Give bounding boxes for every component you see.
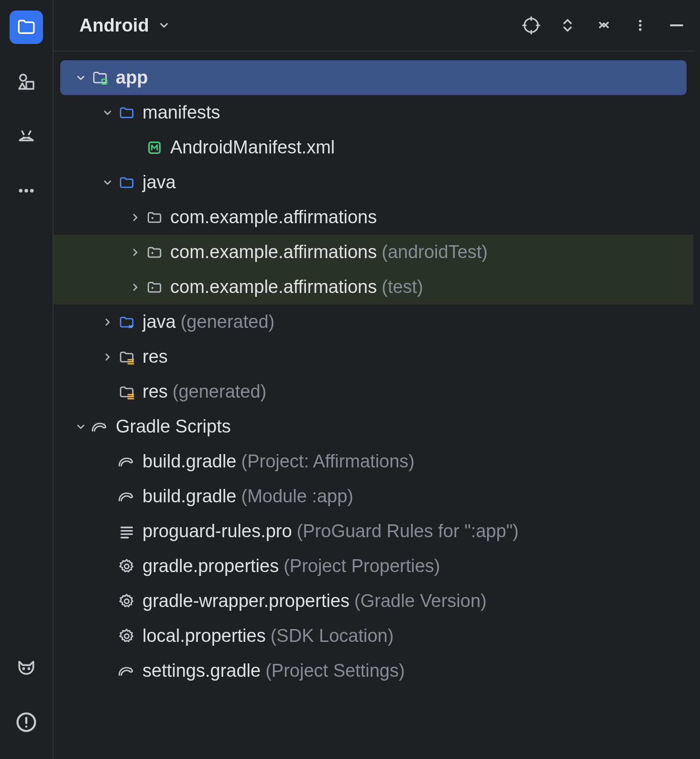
svg-point-0 xyxy=(20,75,26,81)
tree-node-package-test[interactable]: com.example.affirmations (test) xyxy=(54,270,693,304)
minimize-icon xyxy=(668,17,685,34)
svg-point-27 xyxy=(152,287,153,289)
select-opened-file-button[interactable] xyxy=(519,13,543,37)
text-file-icon xyxy=(119,523,135,540)
chevron-right-icon xyxy=(102,316,113,328)
project-tool-button[interactable] xyxy=(10,11,43,44)
tree-node-res[interactable]: res xyxy=(54,339,693,374)
node-label: gradle.properties xyxy=(142,556,279,576)
tree-node-res-generated[interactable]: res (generated) xyxy=(54,374,693,409)
svg-point-8 xyxy=(30,189,34,193)
tree-node-android-manifest[interactable]: AndroidManifest.xml xyxy=(54,130,693,165)
node-label: java xyxy=(142,172,176,193)
node-label: build.gradle xyxy=(142,486,236,507)
node-label: gradle-wrapper.properties xyxy=(142,591,350,611)
node-hint: (test) xyxy=(382,277,423,297)
package-folder-icon xyxy=(146,279,163,295)
package-folder-icon xyxy=(146,209,163,226)
node-label: com.example.affirmations xyxy=(170,207,377,228)
target-icon xyxy=(522,16,540,34)
tree-node-proguard[interactable]: proguard-rules.pro (ProGuard Rules for "… xyxy=(54,514,693,549)
android-icon xyxy=(16,126,36,146)
node-label: java xyxy=(142,312,176,332)
tree-node-build-gradle-module[interactable]: build.gradle (Module :app) xyxy=(54,479,693,514)
project-panel-header: Android xyxy=(54,0,693,52)
node-hint: (androidTest) xyxy=(382,242,488,262)
view-selector-label: Android xyxy=(79,15,149,36)
svg-point-20 xyxy=(639,24,642,27)
android-tool-button[interactable] xyxy=(10,119,43,153)
chevron-down-icon xyxy=(75,72,87,84)
tree-node-gradle-wrapper-properties[interactable]: gradle-wrapper.properties (Gradle Versio… xyxy=(54,584,693,618)
node-label: settings.gradle xyxy=(142,661,261,681)
chevron-right-icon xyxy=(130,282,141,293)
gradle-icon xyxy=(117,663,136,679)
chevron-down-icon xyxy=(75,421,87,433)
chevron-right-icon xyxy=(130,247,141,258)
node-hint: (Project Settings) xyxy=(265,661,405,681)
node-hint: (Project Properties) xyxy=(284,556,440,576)
resource-folder-icon xyxy=(119,384,135,400)
package-folder-icon xyxy=(146,244,163,260)
chevron-right-icon xyxy=(102,351,113,363)
tree-node-app[interactable]: app xyxy=(60,60,687,95)
node-label: com.example.affirmations xyxy=(170,277,377,297)
gear-icon xyxy=(119,558,135,575)
svg-point-34 xyxy=(103,423,105,424)
tree-node-package-main[interactable]: com.example.affirmations xyxy=(54,200,693,235)
collapse-all-button[interactable] xyxy=(592,13,616,37)
tree-node-java-generated[interactable]: java (generated) xyxy=(54,304,693,339)
expand-collapse-button[interactable] xyxy=(556,13,580,37)
tree-node-build-gradle-project[interactable]: build.gradle (Project: Affirmations) xyxy=(54,444,693,479)
tree-node-java[interactable]: java xyxy=(54,165,693,200)
node-label: proguard-rules.pro xyxy=(142,521,292,542)
structure-tool-button[interactable] xyxy=(10,65,43,98)
gear-icon xyxy=(119,628,135,644)
tool-rail xyxy=(0,0,54,759)
ellipsis-icon xyxy=(17,181,36,200)
svg-point-4 xyxy=(23,137,24,138)
node-label: Gradle Scripts xyxy=(116,416,231,437)
node-label: build.gradle xyxy=(142,451,236,472)
svg-point-44 xyxy=(130,667,131,669)
folder-icon xyxy=(16,17,36,37)
chevron-right-icon xyxy=(130,212,141,223)
node-hint: (ProGuard Rules for ":app") xyxy=(297,521,519,542)
tree-node-settings-gradle[interactable]: settings.gradle (Project Settings) xyxy=(54,653,693,688)
more-tool-button[interactable] xyxy=(10,174,43,207)
tree-node-local-properties[interactable]: local.properties (SDK Location) xyxy=(54,618,693,653)
chevron-down-icon xyxy=(102,107,113,119)
node-hint: (SDK Location) xyxy=(271,626,394,646)
tree-node-manifests[interactable]: manifests xyxy=(54,95,693,130)
problems-tool-button[interactable] xyxy=(10,705,43,739)
svg-point-35 xyxy=(130,458,131,459)
module-folder-icon xyxy=(92,70,108,86)
svg-rect-1 xyxy=(26,82,33,89)
tree-node-gradle-properties[interactable]: gradle.properties (Project Properties) xyxy=(54,549,693,584)
node-label: res xyxy=(142,381,168,402)
svg-point-26 xyxy=(152,252,153,254)
node-label: AndroidManifest.xml xyxy=(170,137,335,158)
view-selector[interactable]: Android xyxy=(79,15,170,36)
svg-point-13 xyxy=(25,726,27,727)
svg-point-7 xyxy=(24,189,28,193)
tree-node-gradle-scripts[interactable]: Gradle Scripts xyxy=(54,409,693,444)
svg-point-19 xyxy=(639,20,642,23)
gear-icon xyxy=(119,593,135,609)
node-label: local.properties xyxy=(142,626,266,646)
chevron-down-icon xyxy=(158,19,170,32)
node-hint: (generated) xyxy=(181,312,274,332)
folder-icon xyxy=(119,174,135,191)
svg-point-10 xyxy=(28,668,29,669)
svg-point-25 xyxy=(152,217,153,219)
cat-tool-button[interactable] xyxy=(10,652,43,685)
node-hint: (generated) xyxy=(173,381,266,402)
node-label: res xyxy=(142,347,168,367)
tree-node-package-androidtest[interactable]: com.example.affirmations (androidTest) xyxy=(54,235,693,270)
node-label: app xyxy=(116,67,148,88)
alert-circle-icon xyxy=(16,712,37,733)
panel-options-button[interactable] xyxy=(628,13,652,37)
hide-panel-button[interactable] xyxy=(665,13,689,37)
project-tree: app manifests AndroidManifest.xml xyxy=(54,52,693,688)
more-vertical-icon xyxy=(633,18,647,33)
